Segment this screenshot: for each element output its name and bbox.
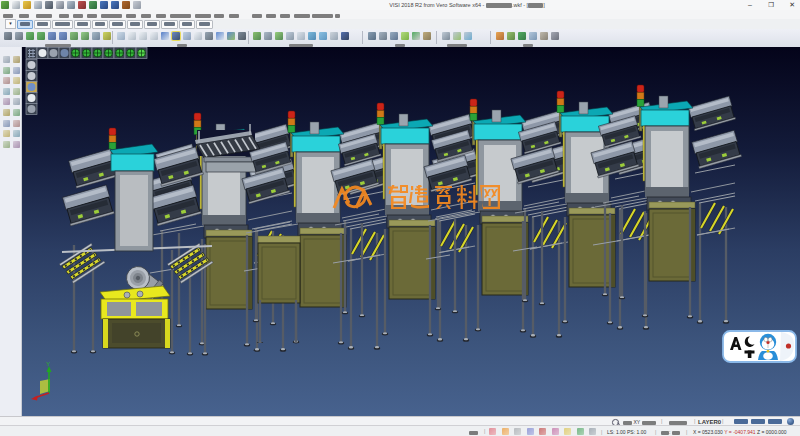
svg-text:Y: Y xyxy=(46,361,50,367)
